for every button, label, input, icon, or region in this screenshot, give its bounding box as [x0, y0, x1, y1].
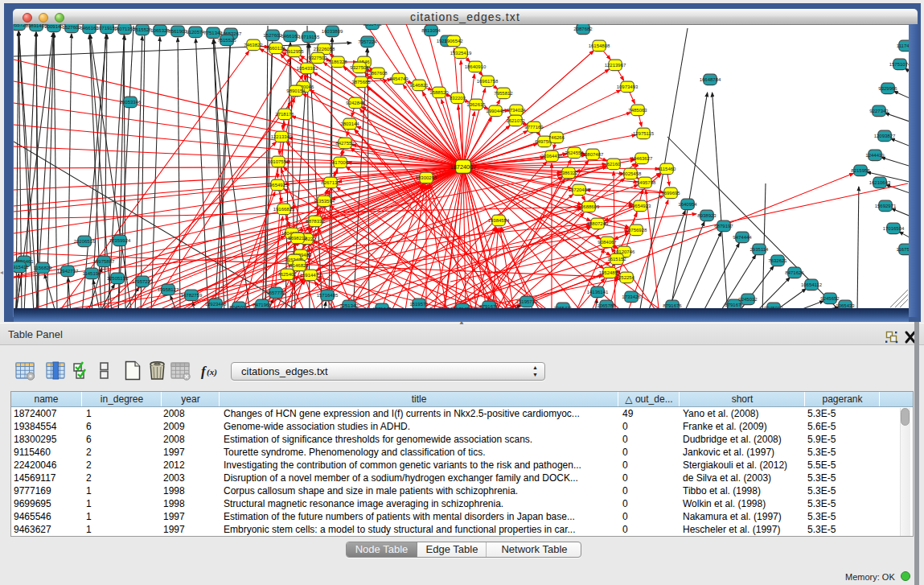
- svg-text:1117465: 1117465: [897, 43, 909, 48]
- svg-text:12942737: 12942737: [57, 269, 79, 274]
- svg-text:19654925: 19654925: [267, 183, 289, 187]
- svg-text:9146821: 9146821: [290, 263, 309, 268]
- svg-text:1065788: 1065788: [597, 303, 616, 308]
- svg-text:7955812: 7955812: [494, 91, 513, 96]
- svg-text:252254: 252254: [618, 275, 635, 280]
- svg-text:9777169: 9777169: [524, 125, 544, 130]
- svg-text:9327508: 9327508: [350, 65, 369, 70]
- svg-text:7251342: 7251342: [339, 303, 359, 308]
- svg-text:12213349: 12213349: [271, 134, 293, 139]
- svg-text:18724007: 18724007: [450, 163, 477, 171]
- svg-text:10654112: 10654112: [801, 282, 823, 287]
- svg-text:9734024: 9734024: [507, 108, 526, 113]
- svg-text:10973493: 10973493: [617, 84, 639, 89]
- svg-text:3875685: 3875685: [351, 80, 371, 84]
- svg-text:20053346: 20053346: [120, 100, 142, 105]
- svg-text:1362615: 1362615: [466, 102, 486, 107]
- svg-text:1065411: 1065411: [554, 306, 573, 308]
- svg-text:10958127: 10958127: [158, 287, 179, 292]
- svg-text:1640954: 1640954: [678, 202, 697, 207]
- svg-text:417006: 417006: [332, 160, 349, 165]
- svg-text:19384554: 19384554: [488, 218, 510, 223]
- svg-text:1615152: 1615152: [607, 257, 626, 262]
- svg-text:9245012: 9245012: [764, 306, 783, 308]
- svg-text:10543382: 10543382: [297, 66, 318, 71]
- svg-text:9474444: 9474444: [733, 235, 752, 240]
- svg-text:9176453: 9176453: [453, 307, 472, 308]
- svg-text:9245012: 9245012: [229, 305, 248, 308]
- svg-text:7625402: 7625402: [277, 272, 297, 277]
- svg-text:9245012: 9245012: [738, 297, 758, 302]
- svg-text:12213967: 12213967: [605, 63, 626, 68]
- svg-text:8791676: 8791676: [725, 303, 744, 307]
- svg-text:18300295: 18300295: [416, 175, 437, 180]
- svg-text:1065328: 1065328: [150, 28, 170, 33]
- svg-text:1167534: 1167534: [897, 247, 909, 252]
- svg-text:8938923: 8938923: [697, 213, 717, 218]
- svg-text:2803144: 2803144: [340, 122, 359, 126]
- svg-text:23226058: 23226058: [314, 47, 335, 51]
- svg-text:17016504: 17016504: [883, 226, 905, 231]
- svg-text:15716485: 15716485: [317, 293, 339, 298]
- svg-text:15751074: 15751074: [889, 62, 909, 67]
- svg-text:62160: 62160: [607, 162, 621, 167]
- svg-text:9329966: 9329966: [878, 86, 897, 91]
- svg-text:9657771: 9657771: [266, 290, 285, 295]
- svg-text:15692971: 15692971: [875, 204, 897, 208]
- svg-text:8791676: 8791676: [663, 303, 682, 308]
- svg-text:7515526: 7515526: [217, 38, 236, 43]
- svg-text:17359924: 17359924: [109, 238, 131, 243]
- svg-text:1244419: 1244419: [865, 153, 885, 158]
- svg-text:20206516: 20206516: [74, 239, 96, 244]
- svg-text:8427552: 8427552: [335, 141, 355, 146]
- svg-text:8215958: 8215958: [851, 168, 870, 173]
- svg-text:2718176: 2718176: [275, 112, 294, 117]
- svg-text:6879197: 6879197: [714, 224, 733, 229]
- svg-text:7485063: 7485063: [628, 108, 647, 113]
- svg-text:2009140: 2009140: [44, 24, 64, 29]
- svg-text:13325419: 13325419: [450, 51, 472, 56]
- svg-text:10756928: 10756928: [626, 228, 647, 233]
- svg-text:10025458: 10025458: [620, 171, 642, 176]
- svg-text:5878332: 5878332: [306, 219, 325, 224]
- svg-text:18807249: 18807249: [587, 221, 609, 226]
- svg-text:10107552: 10107552: [268, 159, 290, 164]
- svg-text:15495798: 15495798: [634, 180, 656, 185]
- svg-text:10719155: 10719155: [298, 35, 320, 39]
- svg-text:832203: 832203: [450, 96, 466, 101]
- svg-text:(x): (x): [207, 367, 217, 377]
- svg-text:16648784: 16648784: [700, 77, 721, 82]
- svg-text:16914479: 16914479: [300, 273, 322, 278]
- svg-text:1065433: 1065433: [836, 303, 855, 308]
- svg-text:19975887: 19975887: [93, 259, 115, 264]
- svg-text:2867608: 2867608: [368, 71, 388, 76]
- svg-text:12505135: 12505135: [107, 276, 129, 281]
- svg-text:9227343: 9227343: [869, 109, 889, 113]
- svg-text:8791676: 8791676: [479, 304, 499, 308]
- svg-text:1990448: 1990448: [486, 109, 505, 113]
- svg-text:10807487: 10807487: [582, 152, 604, 157]
- svg-text:8471962: 8471962: [253, 303, 272, 307]
- svg-text:12093827: 12093827: [874, 134, 896, 138]
- svg-text:9699695: 9699695: [661, 191, 680, 196]
- svg-text:8267130: 8267130: [321, 180, 340, 185]
- svg-text:9242845: 9242845: [346, 101, 365, 105]
- svg-text:1527602: 1527602: [263, 33, 282, 38]
- svg-text:10688609: 10688609: [578, 204, 600, 209]
- svg-text:9084067: 9084067: [598, 240, 617, 245]
- svg-text:9327503: 9327503: [308, 56, 327, 60]
- svg-text:1145194: 1145194: [83, 271, 102, 276]
- svg-text:8912955: 8912955: [285, 49, 304, 54]
- svg-text:16782759: 16782759: [181, 293, 203, 298]
- svg-text:8471626: 8471626: [785, 270, 804, 275]
- svg-text:19654923: 19654923: [630, 204, 651, 208]
- svg-text:11353594: 11353594: [314, 199, 335, 204]
- svg-text:19524851: 19524851: [599, 270, 621, 275]
- svg-text:7463822: 7463822: [244, 43, 263, 47]
- svg-text:1156829: 1156829: [34, 266, 53, 270]
- svg-text:19463627: 19463627: [631, 156, 653, 161]
- svg-text:3915411: 3915411: [14, 265, 29, 270]
- svg-text:15720407: 15720407: [569, 187, 590, 192]
- svg-text:16210643: 16210643: [869, 180, 891, 185]
- svg-text:1906542: 1906542: [444, 39, 463, 43]
